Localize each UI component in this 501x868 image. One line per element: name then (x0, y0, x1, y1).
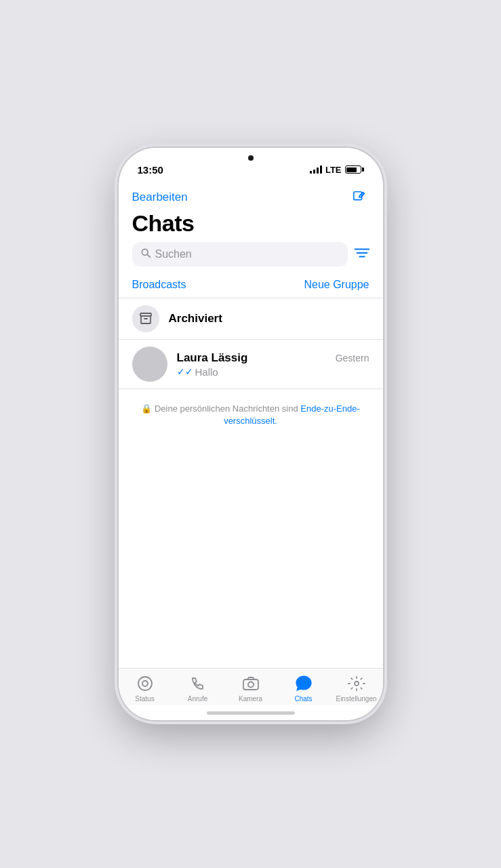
status-icons: LTE (310, 165, 364, 175)
camera-icon (241, 674, 260, 693)
tab-chats-label: Chats (294, 695, 312, 703)
filter-icon[interactable] (355, 247, 369, 262)
tab-status-label: Status (135, 695, 154, 703)
search-icon (140, 248, 151, 261)
tab-kamera-label: Kamera (239, 695, 262, 703)
search-container: Suchen (119, 242, 383, 275)
svg-rect-0 (353, 192, 361, 200)
svg-point-10 (248, 682, 254, 688)
neue-gruppe-button[interactable]: Neue Gruppe (304, 279, 369, 291)
chat-preview: ✓✓ Hallo (177, 366, 369, 378)
compose-button[interactable] (349, 187, 369, 208)
chat-time: Gestern (336, 353, 369, 363)
settings-icon (347, 674, 366, 693)
notch-dot (248, 155, 254, 161)
tab-status[interactable]: Status (119, 674, 172, 703)
chat-info: Laura Lässig Gestern ✓✓ Hallo (177, 351, 369, 378)
nav-bar: Bearbeiten (119, 182, 383, 210)
quick-actions: Broadcasts Neue Gruppe (119, 275, 383, 298)
tab-anrufe-label: Anrufe (188, 695, 207, 703)
svg-line-2 (147, 254, 150, 257)
svg-rect-6 (140, 313, 151, 316)
encryption-text: 🔒 Deine persönlichen Nachrichten sind En… (139, 403, 363, 427)
status-time: 13:50 (138, 164, 163, 176)
archived-label: Archiviert (169, 312, 222, 326)
broadcasts-button[interactable]: Broadcasts (132, 279, 186, 291)
status-icon (136, 674, 155, 693)
lock-icon: 🔒 (141, 403, 152, 414)
tab-kamera[interactable]: Kamera (224, 674, 277, 703)
search-placeholder: Suchen (155, 248, 192, 260)
phone-screen: 13:50 LTE Bearbeiten (119, 148, 383, 720)
svg-point-8 (142, 681, 148, 686)
tab-einstellungen-label: Einstellungen (336, 695, 376, 703)
svg-rect-9 (243, 679, 258, 690)
status-bar: 13:50 LTE (119, 148, 383, 182)
archived-row[interactable]: Archiviert (119, 298, 383, 340)
content-area (119, 441, 383, 668)
home-indicator (119, 705, 383, 720)
svg-point-7 (138, 677, 152, 690)
tab-chats[interactable]: Chats (277, 674, 330, 703)
archive-icon (132, 305, 159, 332)
chat-name: Laura Lässig (177, 351, 248, 365)
page-title: Chats (119, 210, 383, 242)
double-check-icon: ✓✓ (177, 366, 193, 377)
avatar (132, 347, 167, 382)
chat-item[interactable]: Laura Lässig Gestern ✓✓ Hallo (119, 340, 383, 389)
chat-message: Hallo (195, 366, 218, 378)
calls-icon (188, 674, 207, 693)
tab-einstellungen[interactable]: Einstellungen (330, 674, 383, 703)
lte-label: LTE (325, 165, 342, 175)
signal-bars-icon (310, 165, 322, 174)
edit-button[interactable]: Bearbeiten (132, 191, 188, 204)
home-bar (207, 711, 295, 715)
battery-icon (345, 165, 364, 174)
tab-anrufe[interactable]: Anrufe (172, 674, 224, 703)
svg-point-11 (355, 682, 359, 686)
tab-bar: Status Anrufe (119, 668, 383, 705)
encryption-notice: 🔒 Deine persönlichen Nachrichten sind En… (119, 389, 383, 441)
chats-icon (294, 674, 313, 693)
phone-frame: 13:50 LTE Bearbeiten (119, 148, 383, 720)
notch (207, 148, 295, 168)
chat-header: Laura Lässig Gestern (177, 351, 369, 365)
search-bar[interactable]: Suchen (132, 242, 348, 267)
